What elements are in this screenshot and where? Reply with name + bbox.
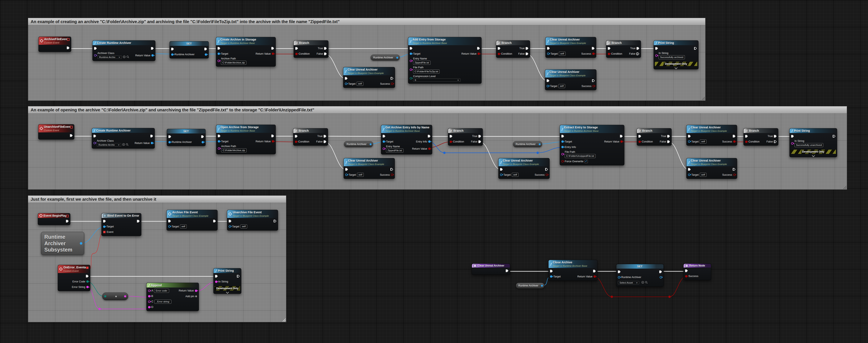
runtime-archiver-var-2[interactable]: Runtime Archiver [344,141,373,147]
node-header[interactable]: ƒPrint String [790,128,837,133]
exec-pin[interactable] [774,140,777,143]
value-box[interactable]: self [180,225,187,228]
clear-unreal-archiver-collapsed[interactable]: Clear Unreal Archiver [472,263,510,275]
node-header[interactable]: SET [167,129,206,134]
exec-pin[interactable] [137,220,140,223]
exec-pin[interactable] [391,168,393,171]
data-pin[interactable] [500,174,502,176]
exec-pin[interactable] [66,220,69,223]
data-pin[interactable] [86,286,89,288]
node-header[interactable]: ƒClear Unreal ArchiverTarget is Blueprin… [545,69,596,78]
exec-pin[interactable] [295,47,298,50]
exec-pin[interactable] [477,47,480,50]
value-box[interactable]: ZippedFile.txt [386,149,403,152]
node-header[interactable]: ƒCreate Runtime Archiver [92,128,155,133]
search-icon[interactable] [645,281,648,285]
exec-pin[interactable] [324,53,327,55]
exec-pin[interactable] [637,47,639,50]
output-pin[interactable] [539,143,540,145]
data-pin[interactable] [550,275,552,278]
wire-reroute-dot[interactable] [669,296,671,298]
exec-pin[interactable] [547,47,550,50]
exec-pin[interactable] [168,220,171,222]
node-header[interactable]: SET [616,264,663,268]
exec-pin[interactable] [345,168,348,171]
exec-pin[interactable] [547,79,549,82]
node-header[interactable]: ⇄Branch [293,128,328,133]
node-header[interactable]: ⇄Branch [606,40,641,45]
checkbox-checked[interactable]: ✓ [585,160,588,163]
data-pin[interactable] [620,140,623,143]
data-pin[interactable] [791,142,794,145]
exec-pin[interactable] [637,53,639,55]
exec-pin[interactable] [151,47,154,50]
exec-pin[interactable] [218,135,220,137]
data-pin[interactable] [272,53,274,55]
onerror-event[interactable]: OnError_EventaCustom EventError CodeErro… [58,265,90,291]
data-pin[interactable] [655,54,657,57]
exec-pin[interactable] [561,135,564,138]
data-pin[interactable] [383,140,385,143]
exec-pin[interactable] [774,135,777,138]
data-pin[interactable] [148,290,150,292]
value-box[interactable]: self [357,173,364,177]
delegate-pin[interactable] [86,266,89,269]
node-header[interactable]: Archive File EventTarget is Blueprint Cl… [167,210,217,218]
node-header[interactable]: ƒOpen Archive from StorageTarget is Runt… [216,125,276,133]
get-archive-entry-info-by-name[interactable]: ƒGet Archive Entry Info by NameTarget is… [381,125,432,154]
data-pin[interactable] [745,141,747,143]
node-header[interactable]: ƒClear Unreal ArchiverTarget is Blueprin… [686,125,737,133]
value-box[interactable]: self [558,84,565,88]
value-box[interactable]: Successfully archived [659,55,685,59]
exec-pin[interactable] [688,168,691,171]
data-pin[interactable] [733,174,736,176]
data-pin[interactable] [93,142,96,144]
data-pin[interactable] [218,60,220,62]
exec-pin[interactable] [271,47,274,50]
node-header[interactable]: ⇄Branch [744,128,778,133]
data-pin[interactable] [148,295,150,297]
node-header[interactable]: ƒClear Unreal ArchiverTarget is Blueprin… [546,37,596,45]
data-pin[interactable] [547,85,549,87]
node-header[interactable]: ƒAppend [147,283,199,287]
node-header[interactable]: Bind Event to On Error [102,213,141,218]
exec-pin[interactable] [410,47,412,50]
node-header[interactable]: Return Node [684,264,711,267]
extract-entry-to-storage[interactable]: ƒExtract Entry to StorageTarget is Runti… [560,125,624,165]
data-pin[interactable] [345,83,347,85]
node-header[interactable]: Clear Unreal Archiver [472,264,510,267]
set-runtime-archiver-3[interactable]: SETRuntime ArchiverSelect Asset∨ [616,264,664,287]
data-pin[interactable] [86,280,89,283]
dropdown[interactable]: Select Asset∨ [618,281,639,284]
data-pin[interactable] [295,53,298,55]
create-archive-in-storage[interactable]: ƒCreate Archive in StorageTarget is Runt… [216,37,276,67]
data-pin[interactable] [685,275,687,278]
exec-pin[interactable] [67,47,69,49]
exec-pin[interactable] [218,47,220,50]
node-header[interactable]: ⇄Branch [294,40,328,45]
data-pin[interactable] [391,83,393,85]
node-header[interactable]: ƒCreate Archive in StorageTarget is Runt… [216,37,276,45]
node-header[interactable]: ƒClear Unreal ArchiverTarget is Blueprin… [344,158,395,166]
data-pin[interactable] [295,141,297,143]
exec-pin[interactable] [86,275,89,278]
exec-pin[interactable] [478,140,481,143]
branch-7[interactable]: ⇄BranchTrueConditionFalse [743,128,778,146]
exec-pin[interactable] [685,269,688,272]
data-pin[interactable] [428,140,431,143]
data-pin[interactable] [103,226,105,228]
exec-pin[interactable] [618,270,621,273]
data-pin[interactable] [498,53,500,55]
data-pin[interactable] [229,225,231,228]
node-header[interactable]: ⇄Branch [637,128,672,133]
set-runtime-archiver-1[interactable]: SETRuntime Archiver [169,41,209,58]
branch-3[interactable]: ⇄BranchTrueConditionFalse [606,40,641,58]
exec-pin[interactable] [745,135,748,138]
exec-pin[interactable] [500,168,503,171]
exec-pin[interactable] [550,270,553,273]
data-pin[interactable] [218,53,220,55]
data-pin[interactable] [688,174,690,176]
exec-pin[interactable] [608,47,611,50]
node-header[interactable]: ƒAdd Entry from StorageTarget is Runtime… [408,37,482,45]
output-pin[interactable] [124,295,126,297]
